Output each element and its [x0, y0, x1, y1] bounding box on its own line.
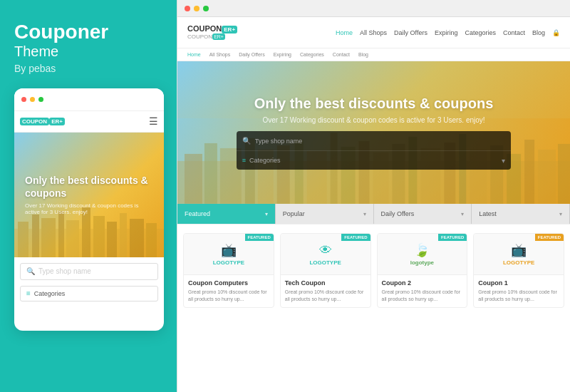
mobile-hero-title: Only the best discounts & coupons — [25, 174, 153, 200]
coupon-card-0-header: FEATURED 📺 LOGOTYPE — [184, 234, 274, 275]
filter-tab-latest-label: Latest — [479, 210, 497, 217]
coupon-card-3-badge: FEATURED — [535, 234, 564, 241]
coupon-card-1-body: Tech Coupon Great promo 10% discount cod… — [281, 275, 370, 307]
filter-tab-featured[interactable]: Featured ▾ — [177, 204, 276, 224]
nav-link-home[interactable]: Home — [336, 29, 353, 36]
filter-tab-popular-arrow: ▾ — [363, 211, 366, 217]
mobile-logo-badge: ER+ — [49, 118, 65, 125]
desktop-dot-green — [203, 6, 209, 11]
coupon-card-2-body: Coupon 2 Great promo 10% discount code f… — [378, 275, 467, 307]
subnav-blog[interactable]: Blog — [358, 52, 368, 57]
mobile-search-section: 🔍 Type shop name — [14, 257, 164, 283]
desktop-hero-subtitle: Over 17 Working discount & coupon codes … — [177, 116, 570, 124]
coupon-card-1[interactable]: FEATURED 👁 LOGOTYPE Tech Coupon Great pr… — [280, 233, 371, 308]
desktop-hero-content: Only the best discounts & coupons Over 1… — [177, 96, 570, 170]
mobile-categories[interactable]: ≡ Categories — [20, 286, 158, 301]
desktop-cat-placeholder: Categories — [249, 157, 281, 164]
nav-link-categories[interactable]: Categories — [465, 29, 496, 36]
coupon-card-3-logo-text: LOGOTYPE — [503, 259, 534, 266]
coupon-card-2-badge: FEATURED — [438, 234, 467, 241]
desktop-mockup: COUPONER+ COUPONER+ Home All Shops Daily… — [177, 0, 570, 392]
coupon-card-2-desc: Great promo 10% discount code for all pr… — [382, 289, 463, 303]
coupon-card-3-desc: Great promo 10% discount code for all pr… — [478, 289, 559, 303]
coupon-card-3-body: Coupon 1 Great promo 10% discount code f… — [474, 275, 564, 307]
svg-rect-1 — [18, 222, 28, 257]
mobile-hero-text: Only the best discounts & coupons Over 1… — [14, 163, 164, 226]
mobile-mockup: COUPONER+ ☰ Only the best d — [14, 88, 164, 331]
desktop-search-icon: 🔍 — [242, 137, 251, 145]
categories-label: Categories — [34, 290, 66, 297]
desktop-logo-sub-text: COUPON — [187, 33, 212, 40]
nav-link-blog[interactable]: Blog — [532, 29, 545, 36]
coupon-card-2[interactable]: FEATURED 🍃 logotype Coupon 2 Great promo… — [377, 233, 468, 308]
mobile-hero-subtitle: Over 17 Working discount & coupon codes … — [25, 202, 153, 215]
coupon-card-1-desc: Great promo 10% discount code for all pr… — [285, 289, 366, 303]
filter-tab-daily-label: Daily Offers — [381, 210, 415, 217]
coupon-card-2-title: Coupon 2 — [382, 279, 463, 287]
subnav-contact[interactable]: Contact — [333, 52, 350, 57]
desktop-search-placeholder: Type shop name — [255, 138, 303, 145]
svg-rect-8 — [107, 222, 117, 257]
desktop-filter-tabs: Featured ▾ Popular ▾ Daily Offers ▾ Late… — [177, 204, 570, 224]
coupon-card-3-header: FEATURED 📺 LOGOTYPE — [474, 234, 564, 275]
brand-subtitle: Theme — [14, 43, 162, 60]
desktop-logo-main: COUPONER+ — [187, 24, 237, 33]
coupon-card-0-logo-text: LOGOTYPE — [213, 259, 244, 266]
coupon-card-1-logo: 👁 LOGOTYPE — [309, 243, 341, 266]
desktop-nav-links: Home All Shops Daily Offers Expiring Cat… — [336, 29, 560, 36]
mobile-search-placeholder: Type shop name — [38, 267, 91, 275]
coupon-card-2-logo: 🍃 logotype — [410, 242, 434, 266]
nav-link-dailyoffers[interactable]: Daily Offers — [394, 29, 428, 36]
coupon-card-0-logo: 📺 LOGOTYPE — [213, 242, 244, 266]
subnav-expiring[interactable]: Expiring — [274, 52, 291, 57]
filter-tab-dailyoffers[interactable]: Daily Offers ▾ — [374, 204, 472, 224]
coupon-card-1-badge: FEATURED — [341, 234, 370, 241]
desktop-logo-badge: ER+ — [222, 26, 237, 33]
mobile-logo: COUPONER+ — [20, 118, 65, 125]
mobile-top-bar — [14, 88, 164, 111]
mobile-search-icon: 🔍 — [26, 267, 35, 275]
desktop-logo-sub-badge: ER+ — [212, 33, 225, 40]
hamburger-icon[interactable]: ☰ — [149, 115, 158, 127]
subnav-daily[interactable]: Daily Offers — [239, 52, 264, 57]
nav-link-allshops[interactable]: All Shops — [360, 29, 387, 36]
desktop-hero: Only the best discounts & coupons Over 1… — [177, 61, 570, 204]
coupon-card-3-logo: 📺 LOGOTYPE — [503, 242, 534, 266]
subnav-categories[interactable]: Categories — [300, 52, 324, 57]
desktop-dot-yellow — [194, 6, 200, 11]
desktop-logo: COUPONER+ COUPONER+ — [187, 24, 237, 41]
desktop-logo-sub: COUPONER+ — [187, 33, 237, 41]
filter-tab-featured-label: Featured — [185, 210, 210, 217]
desktop-search-row[interactable]: 🔍 Type shop name — [237, 131, 512, 151]
filter-tab-featured-arrow: ▾ — [265, 211, 268, 217]
left-panel: Couponer Theme By pebas COUPONER+ ☰ — [0, 0, 177, 392]
filter-tab-latest[interactable]: Latest ▾ — [472, 204, 570, 224]
coupon-card-3-title: Coupon 1 — [478, 279, 559, 287]
desktop-cat-icon: ≡ — [242, 157, 246, 164]
desktop-cat-chevron: ▾ — [502, 157, 505, 165]
subnav-home[interactable]: Home — [187, 52, 201, 57]
coupon-card-3-icon: 📺 — [511, 242, 527, 258]
nav-link-contact[interactable]: Contact — [503, 29, 525, 36]
svg-rect-11 — [146, 223, 157, 257]
mobile-nav: COUPONER+ ☰ — [14, 111, 164, 133]
brand-title: Couponer — [14, 21, 162, 43]
coupon-card-0-badge: FEATURED — [245, 234, 274, 241]
coupon-card-1-icon: 👁 — [319, 243, 332, 258]
coupon-cards-container: FEATURED 📺 LOGOTYPE Coupon Computers Gre… — [177, 224, 570, 316]
coupon-card-0[interactable]: FEATURED 📺 LOGOTYPE Coupon Computers Gre… — [183, 233, 274, 308]
filter-tab-popular[interactable]: Popular ▾ — [276, 204, 374, 224]
desktop-subnav-links: Home All Shops Daily Offers Expiring Cat… — [187, 52, 368, 57]
filter-tab-popular-label: Popular — [283, 210, 305, 217]
coupon-card-2-icon: 🍃 — [414, 242, 430, 258]
nav-link-expiring[interactable]: Expiring — [435, 29, 458, 36]
right-panel: COUPONER+ COUPONER+ Home All Shops Daily… — [177, 0, 570, 392]
desktop-top-bar — [177, 0, 570, 17]
coupon-card-3[interactable]: FEATURED 📺 LOGOTYPE Coupon 1 Great promo… — [473, 233, 564, 308]
desktop-subnav: Home All Shops Daily Offers Expiring Cat… — [177, 48, 570, 61]
mobile-search-input[interactable]: 🔍 Type shop name — [20, 263, 158, 280]
nav-lock-icon: 🔒 — [552, 29, 560, 36]
desktop-hero-title: Only the best discounts & coupons — [177, 96, 570, 112]
desktop-categories-row[interactable]: ≡ Categories ▾ — [237, 151, 512, 170]
subnav-allshops[interactable]: All Shops — [209, 52, 231, 57]
